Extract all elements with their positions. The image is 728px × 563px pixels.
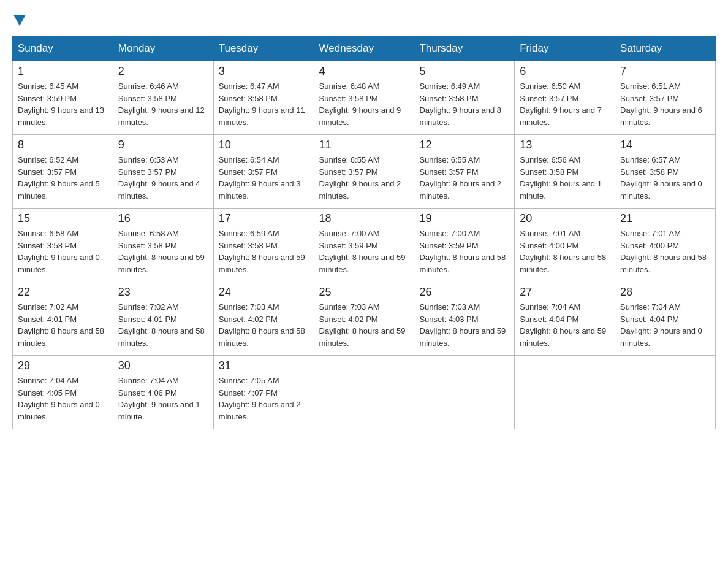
day-number: 15 bbox=[18, 212, 108, 225]
header-sunday: Sunday bbox=[13, 36, 113, 61]
day-number: 18 bbox=[319, 212, 409, 225]
calendar-cell: 9 Sunrise: 6:53 AMSunset: 3:57 PMDayligh… bbox=[113, 135, 213, 209]
day-info: Sunrise: 6:52 AMSunset: 3:57 PMDaylight:… bbox=[18, 155, 100, 201]
day-info: Sunrise: 7:04 AMSunset: 4:05 PMDaylight:… bbox=[18, 376, 100, 421]
svg-marker-0 bbox=[13, 15, 26, 26]
header-monday: Monday bbox=[113, 36, 213, 61]
calendar-cell: 19 Sunrise: 7:00 AMSunset: 3:59 PMDaylig… bbox=[414, 209, 515, 282]
calendar-cell: 4 Sunrise: 6:48 AMSunset: 3:58 PMDayligh… bbox=[314, 61, 414, 135]
calendar-table: SundayMondayTuesdayWednesdayThursdayFrid… bbox=[12, 36, 716, 429]
header-tuesday: Tuesday bbox=[213, 36, 314, 61]
calendar-header-row: SundayMondayTuesdayWednesdayThursdayFrid… bbox=[13, 36, 716, 61]
day-info: Sunrise: 6:49 AMSunset: 3:58 PMDaylight:… bbox=[419, 82, 501, 127]
day-number: 29 bbox=[18, 359, 108, 372]
day-info: Sunrise: 6:51 AMSunset: 3:57 PMDaylight:… bbox=[620, 82, 702, 127]
day-info: Sunrise: 6:57 AMSunset: 3:58 PMDaylight:… bbox=[620, 155, 702, 201]
day-number: 28 bbox=[620, 286, 710, 299]
day-info: Sunrise: 7:00 AMSunset: 3:59 PMDaylight:… bbox=[419, 229, 506, 274]
calendar-cell: 10 Sunrise: 6:54 AMSunset: 3:57 PMDaylig… bbox=[213, 135, 314, 209]
day-number: 27 bbox=[520, 286, 610, 299]
day-info: Sunrise: 7:02 AMSunset: 4:01 PMDaylight:… bbox=[118, 302, 205, 348]
day-number: 8 bbox=[18, 139, 108, 151]
calendar-cell: 15 Sunrise: 6:58 AMSunset: 3:58 PMDaylig… bbox=[13, 209, 113, 282]
calendar-cell: 17 Sunrise: 6:59 AMSunset: 3:58 PMDaylig… bbox=[213, 209, 314, 282]
day-number: 22 bbox=[18, 286, 108, 299]
calendar-cell: 2 Sunrise: 6:46 AMSunset: 3:58 PMDayligh… bbox=[113, 61, 213, 135]
day-info: Sunrise: 6:46 AMSunset: 3:58 PMDaylight:… bbox=[118, 82, 205, 127]
calendar-cell bbox=[414, 356, 515, 429]
calendar-cell: 23 Sunrise: 7:02 AMSunset: 4:01 PMDaylig… bbox=[113, 282, 213, 356]
day-info: Sunrise: 7:02 AMSunset: 4:01 PMDaylight:… bbox=[18, 302, 104, 348]
calendar-cell: 16 Sunrise: 6:58 AMSunset: 3:58 PMDaylig… bbox=[113, 209, 213, 282]
day-number: 3 bbox=[219, 65, 309, 78]
day-info: Sunrise: 7:05 AMSunset: 4:07 PMDaylight:… bbox=[219, 376, 301, 421]
day-info: Sunrise: 6:58 AMSunset: 3:58 PMDaylight:… bbox=[118, 229, 205, 274]
day-info: Sunrise: 6:56 AMSunset: 3:58 PMDaylight:… bbox=[520, 155, 602, 201]
day-info: Sunrise: 7:04 AMSunset: 4:04 PMDaylight:… bbox=[520, 302, 606, 348]
day-info: Sunrise: 6:58 AMSunset: 3:58 PMDaylight:… bbox=[18, 229, 100, 274]
day-number: 9 bbox=[118, 139, 208, 151]
day-number: 10 bbox=[219, 139, 309, 151]
day-info: Sunrise: 7:01 AMSunset: 4:00 PMDaylight:… bbox=[520, 229, 606, 274]
day-number: 16 bbox=[118, 212, 208, 225]
calendar-cell: 26 Sunrise: 7:03 AMSunset: 4:03 PMDaylig… bbox=[414, 282, 515, 356]
day-number: 4 bbox=[319, 65, 409, 78]
day-info: Sunrise: 7:03 AMSunset: 4:02 PMDaylight:… bbox=[219, 302, 305, 348]
calendar-cell: 11 Sunrise: 6:55 AMSunset: 3:57 PMDaylig… bbox=[314, 135, 414, 209]
day-info: Sunrise: 7:04 AMSunset: 4:06 PMDaylight:… bbox=[118, 376, 200, 421]
calendar-cell: 7 Sunrise: 6:51 AMSunset: 3:57 PMDayligh… bbox=[615, 61, 716, 135]
day-number: 24 bbox=[219, 286, 309, 299]
calendar-week-row: 15 Sunrise: 6:58 AMSunset: 3:58 PMDaylig… bbox=[13, 209, 716, 282]
calendar-cell: 24 Sunrise: 7:03 AMSunset: 4:02 PMDaylig… bbox=[213, 282, 314, 356]
calendar-cell: 30 Sunrise: 7:04 AMSunset: 4:06 PMDaylig… bbox=[113, 356, 213, 429]
day-info: Sunrise: 6:45 AMSunset: 3:59 PMDaylight:… bbox=[18, 82, 104, 127]
day-number: 25 bbox=[319, 286, 409, 299]
calendar-week-row: 1 Sunrise: 6:45 AMSunset: 3:59 PMDayligh… bbox=[13, 61, 716, 135]
calendar-cell bbox=[515, 356, 615, 429]
header-thursday: Thursday bbox=[414, 36, 515, 61]
page-header bbox=[12, 12, 716, 29]
day-number: 6 bbox=[520, 65, 610, 78]
calendar-cell: 3 Sunrise: 6:47 AMSunset: 3:58 PMDayligh… bbox=[213, 61, 314, 135]
day-info: Sunrise: 6:55 AMSunset: 3:57 PMDaylight:… bbox=[319, 155, 401, 201]
day-info: Sunrise: 6:55 AMSunset: 3:57 PMDaylight:… bbox=[419, 155, 501, 201]
day-number: 7 bbox=[620, 65, 710, 78]
day-info: Sunrise: 7:03 AMSunset: 4:02 PMDaylight:… bbox=[319, 302, 406, 348]
day-info: Sunrise: 6:59 AMSunset: 3:58 PMDaylight:… bbox=[219, 229, 305, 274]
day-info: Sunrise: 7:00 AMSunset: 3:59 PMDaylight:… bbox=[319, 229, 406, 274]
day-number: 31 bbox=[219, 359, 309, 372]
calendar-cell: 8 Sunrise: 6:52 AMSunset: 3:57 PMDayligh… bbox=[13, 135, 113, 209]
day-info: Sunrise: 7:03 AMSunset: 4:03 PMDaylight:… bbox=[419, 302, 506, 348]
day-number: 20 bbox=[520, 212, 610, 225]
calendar-cell bbox=[615, 356, 716, 429]
day-number: 2 bbox=[118, 65, 208, 78]
calendar-cell: 12 Sunrise: 6:55 AMSunset: 3:57 PMDaylig… bbox=[414, 135, 515, 209]
calendar-cell: 31 Sunrise: 7:05 AMSunset: 4:07 PMDaylig… bbox=[213, 356, 314, 429]
calendar-cell: 22 Sunrise: 7:02 AMSunset: 4:01 PMDaylig… bbox=[13, 282, 113, 356]
calendar-week-row: 8 Sunrise: 6:52 AMSunset: 3:57 PMDayligh… bbox=[13, 135, 716, 209]
calendar-cell bbox=[314, 356, 414, 429]
day-number: 30 bbox=[118, 359, 208, 372]
calendar-week-row: 22 Sunrise: 7:02 AMSunset: 4:01 PMDaylig… bbox=[13, 282, 716, 356]
day-number: 17 bbox=[219, 212, 309, 225]
day-number: 23 bbox=[118, 286, 208, 299]
calendar-cell: 28 Sunrise: 7:04 AMSunset: 4:04 PMDaylig… bbox=[615, 282, 716, 356]
header-wednesday: Wednesday bbox=[314, 36, 414, 61]
day-number: 26 bbox=[419, 286, 509, 299]
calendar-cell: 14 Sunrise: 6:57 AMSunset: 3:58 PMDaylig… bbox=[615, 135, 716, 209]
calendar-week-row: 29 Sunrise: 7:04 AMSunset: 4:05 PMDaylig… bbox=[13, 356, 716, 429]
header-saturday: Saturday bbox=[615, 36, 716, 61]
logo-arrow-icon bbox=[13, 15, 26, 27]
calendar-cell: 5 Sunrise: 6:49 AMSunset: 3:58 PMDayligh… bbox=[414, 61, 515, 135]
calendar-cell: 13 Sunrise: 6:56 AMSunset: 3:58 PMDaylig… bbox=[515, 135, 615, 209]
day-number: 1 bbox=[18, 65, 108, 78]
day-info: Sunrise: 6:47 AMSunset: 3:58 PMDaylight:… bbox=[219, 82, 305, 127]
day-number: 12 bbox=[419, 139, 509, 151]
calendar-cell: 20 Sunrise: 7:01 AMSunset: 4:00 PMDaylig… bbox=[515, 209, 615, 282]
day-number: 14 bbox=[620, 139, 710, 151]
calendar-cell: 27 Sunrise: 7:04 AMSunset: 4:04 PMDaylig… bbox=[515, 282, 615, 356]
calendar-cell: 1 Sunrise: 6:45 AMSunset: 3:59 PMDayligh… bbox=[13, 61, 113, 135]
day-info: Sunrise: 7:04 AMSunset: 4:04 PMDaylight:… bbox=[620, 302, 702, 348]
logo bbox=[12, 12, 26, 29]
day-info: Sunrise: 6:50 AMSunset: 3:57 PMDaylight:… bbox=[520, 82, 602, 127]
